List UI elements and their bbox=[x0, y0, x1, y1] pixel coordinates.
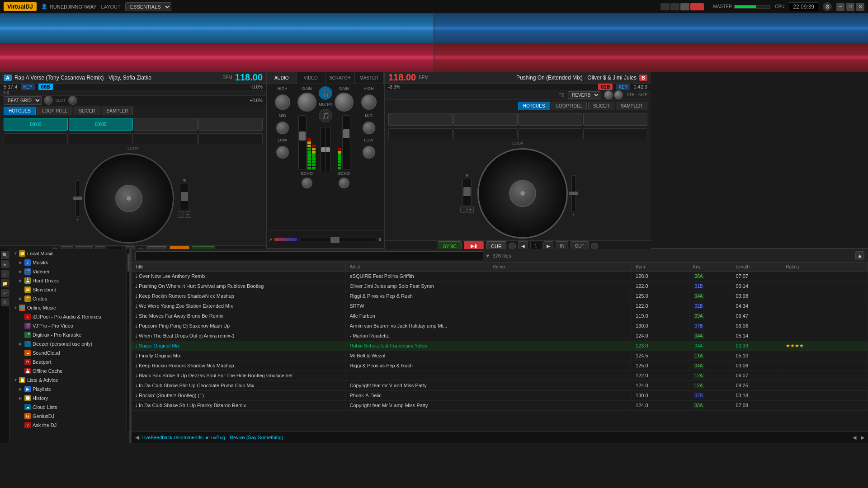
right-high-knob[interactable] bbox=[361, 94, 377, 110]
table-row[interactable]: ♩ In Da Club Shake Shit Up Chocolate Pum… bbox=[132, 381, 868, 391]
table-row[interactable]: ♩ She Moves Far Away Bruno Be Remix Alle… bbox=[132, 311, 868, 321]
mixer-tab-master[interactable]: MASTER bbox=[355, 72, 384, 84]
sidebar-item-lists-advice[interactable]: ▼ 📋 Lists & Advice bbox=[10, 375, 129, 385]
left-hotcue-6[interactable] bbox=[69, 133, 133, 144]
table-row[interactable]: ♩ Keep Rockin Rumors ShadowN ck Mashup R… bbox=[132, 291, 868, 301]
left-hotcue-5[interactable] bbox=[4, 133, 68, 144]
right-fader[interactable] bbox=[342, 115, 350, 169]
sidebar-item-idjpool[interactable]: ♪ iDJPool - Pro Audio & Remixes bbox=[10, 312, 129, 321]
table-row[interactable]: ♩ Black Box Strike It Up Dezzas Soul For… bbox=[132, 371, 868, 381]
nav-search-icon[interactable]: 🔍 bbox=[1, 251, 9, 259]
left-high-knob[interactable] bbox=[275, 94, 290, 110]
browser-options-btn[interactable]: ▲ bbox=[855, 251, 864, 260]
left-waveform[interactable] bbox=[0, 14, 434, 72]
sidebar-item-history[interactable]: ▶ 🕐 History bbox=[10, 394, 129, 403]
sidebar-item-hard-drives[interactable]: ▶ 💾 Hard Drives bbox=[10, 276, 129, 285]
table-row[interactable]: ♩ Over Now Lee Anthony Remix eSQUIRE Fea… bbox=[132, 272, 868, 282]
table-row[interactable]: ♩ In Da Club Shake Sh t Up Franky Bizard… bbox=[132, 401, 868, 411]
right-hotcue-7[interactable] bbox=[519, 128, 583, 139]
sidebar-item-askdj[interactable]: ? Ask the DJ bbox=[10, 421, 129, 430]
left-sampler-btn[interactable]: SAMPLER bbox=[102, 107, 133, 115]
table-row[interactable]: ♩ Finally Original Mix Mr Belt & Wezol 1… bbox=[132, 351, 868, 361]
table-row[interactable]: ♩ Popcorn Ping Pong Dj Saxonov Mash Up A… bbox=[132, 321, 868, 331]
sidebar-item-digitrax[interactable]: 🎤 Digitrax - Pro Karaoke bbox=[10, 330, 129, 339]
right-echo-knob[interactable] bbox=[339, 178, 349, 188]
right-hotcues-btn[interactable]: HOTCUES bbox=[518, 102, 550, 110]
left-turntable[interactable] bbox=[84, 153, 174, 244]
close-button[interactable]: ✕ bbox=[856, 3, 864, 11]
sidebar-item-beatport[interactable]: B Beatport bbox=[10, 357, 129, 366]
nav-label-icon[interactable]: A bbox=[1, 298, 9, 306]
right-gain-knob[interactable] bbox=[335, 93, 354, 112]
settings-icon[interactable]: ⚙ bbox=[823, 2, 832, 11]
right-hotcue-4[interactable] bbox=[583, 113, 647, 126]
right-hotcue-3[interactable] bbox=[519, 113, 583, 126]
headphones-btn[interactable]: 🎧 bbox=[319, 86, 332, 100]
nav-music-icon[interactable]: ♪ bbox=[1, 270, 9, 278]
crossfader[interactable] bbox=[299, 238, 377, 241]
right-hotcue-1[interactable] bbox=[388, 113, 453, 126]
left-pitch-slider[interactable] bbox=[75, 180, 80, 216]
th-artist[interactable]: Artist bbox=[346, 263, 489, 271]
search-input[interactable] bbox=[135, 251, 483, 260]
sidebar-item-vjpro[interactable]: 🎬 VJ'Pro - Pro Video bbox=[10, 321, 129, 330]
left-hotcue-7[interactable] bbox=[134, 133, 198, 144]
left-knob2[interactable] bbox=[68, 96, 77, 105]
th-length[interactable]: Length bbox=[732, 263, 783, 271]
left-loop-roll-btn[interactable]: LOOP ROLL bbox=[37, 107, 73, 115]
left-hotcue-1[interactable]: 00:00 bbox=[4, 118, 68, 131]
view-icon-4[interactable] bbox=[690, 3, 704, 10]
view-icon-1[interactable] bbox=[660, 3, 670, 10]
sidebar-item-deezer[interactable]: ▶ 🎵 Deezer (personal use only) bbox=[10, 339, 129, 348]
left-hotcues-btn[interactable]: HOTCUES bbox=[4, 107, 36, 115]
right-turntable[interactable] bbox=[477, 148, 568, 239]
table-row[interactable]: ♩ Rockin' (Shutterz Bootleg) (1) Phunk-A… bbox=[132, 391, 868, 401]
right-sampler-btn[interactable]: SAMPLER bbox=[616, 102, 647, 110]
left-fader[interactable] bbox=[298, 115, 307, 169]
left-strip[interactable] bbox=[180, 183, 189, 210]
left-plus-btn[interactable]: + bbox=[185, 211, 191, 218]
left-beat-grid-select[interactable]: BEAT GRID bbox=[4, 96, 42, 105]
view-icon-3[interactable] bbox=[680, 3, 689, 10]
th-title[interactable]: Title bbox=[132, 263, 346, 271]
left-mid-knob[interactable] bbox=[276, 122, 289, 134]
sidebar-item-playlists[interactable]: ▶ ▶ Playlists bbox=[10, 385, 129, 394]
sidebar-item-online-music[interactable]: ▼ 🌐 Online Music bbox=[10, 303, 129, 312]
left-minus-btn[interactable]: - bbox=[178, 211, 184, 218]
left-echo-knob[interactable] bbox=[302, 178, 312, 188]
main-fader[interactable] bbox=[320, 127, 331, 172]
sidebar-item-offline-cache[interactable]: 💾 Offline Cache bbox=[10, 366, 129, 375]
th-bpm[interactable]: Bpm bbox=[632, 263, 689, 271]
left-hotcue-8[interactable] bbox=[198, 133, 263, 144]
right-hotcue-6[interactable] bbox=[453, 128, 518, 139]
left-gain-knob[interactable] bbox=[297, 93, 316, 112]
right-pitch-slider[interactable] bbox=[571, 175, 576, 211]
sidebar-item-local-music[interactable]: ▼ 📁 Local Music bbox=[10, 249, 129, 258]
mixer-tab-audio[interactable]: AUDIO bbox=[267, 72, 297, 84]
layout-select[interactable]: ESSENTIALS bbox=[125, 2, 171, 11]
maximize-button[interactable]: □ bbox=[846, 3, 854, 11]
right-slicer-btn[interactable]: SLICER bbox=[588, 102, 614, 110]
right-fx-select[interactable]: REVERB bbox=[568, 91, 600, 99]
th-remix[interactable]: Remix bbox=[489, 263, 632, 271]
sidebar-item-crates[interactable]: ▶ 📦 Crates bbox=[10, 294, 129, 303]
now-playing-next[interactable]: ▶ bbox=[861, 435, 864, 441]
right-strip[interactable] bbox=[462, 178, 472, 205]
right-size-knob[interactable] bbox=[614, 90, 623, 99]
th-rating[interactable]: Rating bbox=[782, 263, 868, 271]
sidebar-item-geniusdj[interactable]: G GeniusDJ bbox=[10, 412, 129, 421]
left-hotcue-2[interactable]: 00:00 bbox=[69, 118, 133, 131]
left-slot-knob[interactable] bbox=[44, 96, 53, 105]
now-playing-prev[interactable]: ◀ bbox=[853, 435, 856, 441]
table-row[interactable]: ♩ Sugar Original Mix Robin Schulz feat F… bbox=[132, 341, 868, 351]
right-hotcue-2[interactable] bbox=[453, 113, 518, 126]
left-hotcue-4[interactable] bbox=[198, 118, 263, 131]
sidebar-item-skrivebord[interactable]: 📂 Skrivebord bbox=[10, 285, 129, 294]
nav-folder-icon[interactable]: 📁 bbox=[1, 279, 9, 287]
right-minus-btn[interactable]: - bbox=[460, 206, 467, 213]
nav-star-icon[interactable]: ★ bbox=[1, 260, 9, 268]
left-low-knob[interactable] bbox=[276, 146, 289, 159]
sidebar-item-videoer[interactable]: ▶ 🎬 Videoer bbox=[10, 267, 129, 276]
right-loop-roll-btn[interactable]: LOOP ROLL bbox=[552, 102, 587, 110]
th-key[interactable]: Key bbox=[689, 263, 732, 271]
